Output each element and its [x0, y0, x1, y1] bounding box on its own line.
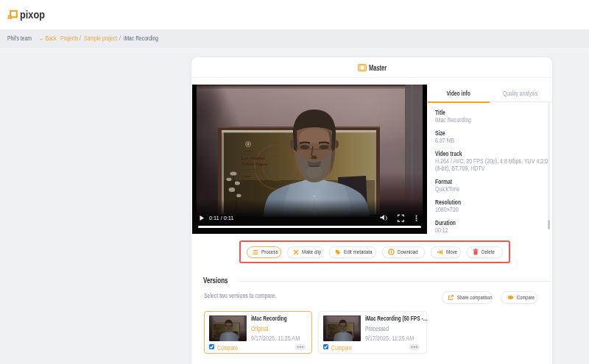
svg-text:0:11 / 0:11: 0:11 / 0:11 — [209, 215, 233, 221]
